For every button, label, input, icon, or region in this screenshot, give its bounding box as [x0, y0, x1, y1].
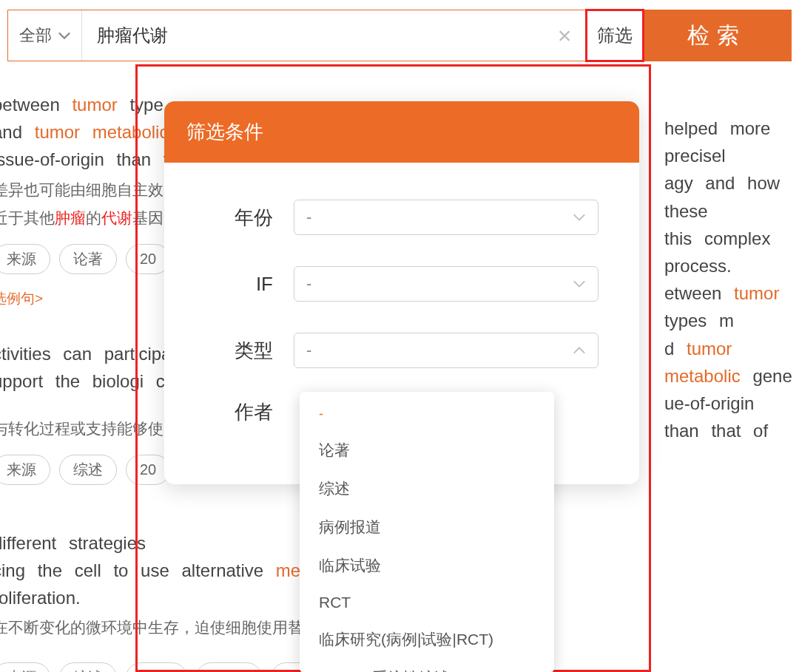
chip-if[interactable]: IF 7.9: [196, 662, 262, 672]
text: ue-of-origin than that of: [664, 390, 799, 444]
text: agy and how these: [664, 169, 799, 224]
type-option-rct[interactable]: RCT: [300, 585, 554, 620]
text: this complex process.: [664, 225, 799, 279]
text: cing the cell to use alternative: [0, 560, 276, 580]
text: helped more precisel: [664, 115, 799, 169]
select-if[interactable]: -: [294, 266, 599, 302]
text: types m: [664, 310, 734, 330]
text: etween: [664, 283, 734, 303]
label-type: 类型: [205, 338, 294, 364]
text: gene: [741, 366, 792, 386]
type-option-blank[interactable]: -: [300, 398, 554, 431]
label-if: IF: [205, 273, 294, 296]
text: between: [0, 95, 72, 115]
scope-selector[interactable]: 全部: [8, 10, 82, 61]
highlight: tumor metabolic: [35, 122, 169, 142]
text: and: [0, 122, 35, 142]
search-bar: 全部 × 筛选 检索: [7, 10, 792, 61]
select-year[interactable]: -: [294, 200, 599, 235]
chevron-down-icon: [573, 213, 586, 222]
type-option-lunzhu[interactable]: 论著: [300, 431, 554, 469]
chevron-up-icon: [573, 346, 586, 355]
search-button[interactable]: 检索: [643, 10, 791, 61]
text: type: [129, 95, 163, 115]
select-type-value: -: [306, 341, 311, 360]
filter-button[interactable]: 筛选: [585, 9, 644, 62]
text: 差异也可能由细胞自主效: [0, 181, 163, 198]
select-type[interactable]: -: [294, 333, 599, 368]
select-if-value: -: [306, 274, 311, 293]
chip-type[interactable]: 综述: [59, 455, 117, 485]
type-option-clinic[interactable]: 临床研究(病例|试验|RCT): [300, 620, 554, 659]
text: d: [664, 339, 687, 359]
chip-source[interactable]: 来源: [0, 662, 50, 672]
modal-title: 筛选条件: [164, 101, 639, 163]
text: 的: [86, 209, 101, 226]
chevron-down-icon: [573, 279, 586, 288]
highlight: tumor: [72, 95, 117, 115]
chip-type[interactable]: 综述: [59, 662, 117, 672]
highlight: tumor: [734, 283, 779, 303]
clear-icon[interactable]: ×: [542, 10, 587, 61]
label-year: 年份: [205, 205, 294, 231]
chevron-down-icon: [58, 31, 71, 40]
label-author: 作者: [205, 399, 294, 425]
type-dropdown: - 论著 综述 病例报道 临床试验 RCT 临床研究(病例|试验|RCT) Me…: [300, 392, 554, 672]
text: 基因: [132, 209, 163, 226]
highlight: 肿瘤: [55, 209, 86, 226]
search-input[interactable]: [82, 10, 542, 61]
type-option-meta[interactable]: Meta & 系统性综述: [300, 659, 554, 672]
select-year-value: -: [306, 208, 311, 227]
text: 近于其他: [0, 209, 55, 226]
type-option-case[interactable]: 病例报道: [300, 508, 554, 546]
type-option-review[interactable]: 综述: [300, 469, 554, 508]
scope-label: 全部: [19, 24, 52, 47]
type-option-trial[interactable]: 临床试验: [300, 546, 554, 585]
chip-source[interactable]: 来源: [0, 455, 50, 485]
example-link[interactable]: 选例句>: [0, 288, 43, 309]
chip-year[interactable]: 2017: [126, 662, 187, 672]
highlight: 代谢: [101, 209, 132, 226]
chip-type[interactable]: 论著: [59, 244, 117, 274]
chip-source[interactable]: 来源: [0, 244, 50, 274]
